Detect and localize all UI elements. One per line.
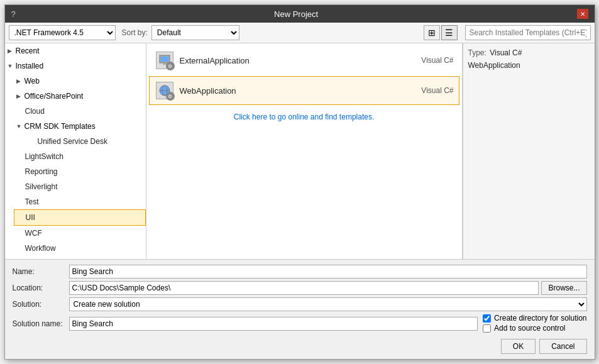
sidebar-item-installed[interactable]: ▼ Installed	[5, 58, 146, 74]
create-dir-label: Create directory for solution	[494, 314, 586, 323]
sidebar-item-test-label: Test	[25, 197, 39, 206]
sidebar-item-installed-label: Installed	[16, 60, 44, 72]
sidebar-item-usd[interactable]: Unified Service Desk	[34, 134, 146, 149]
solution-select[interactable]: Create new solution	[69, 297, 587, 311]
framework-select[interactable]: .NET Framework 4.5	[9, 25, 116, 40]
ok-button[interactable]: OK	[501, 339, 536, 354]
create-dir-checkbox[interactable]	[483, 314, 491, 323]
sidebar-item-web-label: Web	[25, 75, 40, 87]
sidebar-item-workflow[interactable]: Workflow	[14, 241, 146, 256]
location-input[interactable]	[69, 281, 539, 295]
template-item-web[interactable]: ⚙ WebApplication Visual C#	[149, 76, 459, 105]
solution-row: Solution: Create new solution	[13, 297, 587, 311]
sidebar-item-workflow-label: Workflow	[25, 244, 56, 253]
sidebar-item-crm-label: CRM SDK Templates	[25, 120, 96, 133]
sidebar-item-silverlight[interactable]: Silverlight	[14, 179, 146, 194]
solution-label: Solution:	[13, 300, 69, 309]
ok-cancel-row: OK Cancel	[13, 339, 587, 354]
sidebar-item-silverlight-label: Silverlight	[25, 182, 58, 191]
close-button[interactable]: ✕	[577, 9, 588, 19]
help-button[interactable]: ?	[11, 9, 16, 19]
location-label: Location:	[13, 284, 69, 292]
sidebar-item-crm[interactable]: ▼ CRM SDK Templates	[14, 119, 146, 134]
name-label: Name:	[13, 267, 69, 276]
name-input[interactable]	[69, 265, 587, 279]
template-item-ext[interactable]: ⚙ ExternalApplication Visual C#	[149, 46, 459, 75]
type-label: Type:	[468, 48, 486, 57]
sidebar-item-office-label: Office/SharePoint	[25, 90, 84, 102]
solution-name-input[interactable]	[69, 317, 478, 331]
cancel-button[interactable]: Cancel	[539, 339, 586, 354]
add-source-checkbox[interactable]	[483, 324, 491, 333]
sidebar-item-usd-label: Unified Service Desk	[38, 137, 107, 146]
sidebar: ▶ Recent ▼ Installed ▶ Web ▶ Office/Shar…	[5, 43, 146, 259]
view-icons: ⊞ ☰	[424, 25, 458, 40]
dialog-title: New Project	[16, 9, 577, 19]
location-row: Location: Browse...	[13, 281, 587, 295]
type-row: Type: Visual C#	[468, 48, 590, 57]
gear-overlay-icon: ⚙	[166, 62, 175, 70]
sidebar-item-wcf-label: WCF	[25, 229, 42, 238]
sidebar-item-lightswitch[interactable]: LightSwitch	[14, 149, 146, 164]
sidebar-item-cloud[interactable]: Cloud	[14, 104, 146, 119]
sidebar-item-web[interactable]: ▶ Web	[14, 74, 146, 89]
chevron-down-icon: ▼	[8, 60, 14, 72]
chevron-right-icon2: ▶	[16, 75, 23, 87]
title-bar: ? New Project ✕	[5, 5, 595, 23]
svg-rect-1	[161, 57, 168, 62]
chevron-right-icon3: ▶	[16, 90, 23, 102]
sidebar-item-reporting-label: Reporting	[25, 167, 58, 176]
template-icon-ext: ⚙	[155, 50, 175, 70]
online-link[interactable]: Click here to go online and find templat…	[149, 106, 459, 128]
right-panel: Type: Visual C# WebApplication	[463, 43, 595, 259]
solution-name-label: Solution name:	[13, 319, 69, 328]
sort-select[interactable]: Default	[151, 25, 239, 40]
sidebar-item-recent[interactable]: ▶ Recent	[5, 43, 146, 58]
template-list: ⚙ ExternalApplication Visual C#	[146, 43, 463, 259]
window-controls: ✕	[577, 9, 588, 19]
add-source-row: Add to source control	[483, 324, 586, 333]
main-content: ▶ Recent ▼ Installed ▶ Web ▶ Office/Shar…	[5, 43, 595, 259]
sidebar-item-wcf[interactable]: WCF	[14, 226, 146, 241]
chevron-down-icon2: ▼	[16, 120, 23, 133]
sort-label: Sort by:	[122, 28, 148, 37]
template-icon-web: ⚙	[155, 80, 175, 101]
sidebar-item-recent-label: Recent	[16, 45, 40, 57]
sidebar-item-cloud-label: Cloud	[25, 107, 45, 116]
ext-template-name: ExternalApplication	[180, 56, 422, 65]
sidebar-item-uii-label: UII	[26, 213, 35, 222]
sidebar-item-lightswitch-label: LightSwitch	[25, 152, 63, 161]
list-view-button[interactable]: ☰	[441, 25, 458, 40]
template-list-container: ⚙ ExternalApplication Visual C#	[146, 43, 463, 259]
bottom-panel: Name: Location: Browse... Solution: Crea…	[5, 259, 595, 359]
toolbar: .NET Framework 4.5 Sort by: Default ⊞ ☰	[5, 23, 595, 43]
search-input[interactable]	[465, 25, 591, 40]
chevron-right-icon: ▶	[8, 45, 14, 57]
browse-button[interactable]: Browse...	[541, 281, 586, 295]
grid-view-button[interactable]: ⊞	[424, 25, 440, 40]
installed-children: ▶ Web ▶ Office/SharePoint Cloud ▼ CRM SD…	[5, 74, 146, 259]
sidebar-item-test[interactable]: Test	[14, 194, 146, 209]
name-row: Name:	[13, 265, 587, 279]
new-project-dialog: ? New Project ✕ .NET Framework 4.5 Sort …	[4, 4, 595, 360]
type-value: Visual C#	[490, 48, 522, 57]
web-template-name: WebApplication	[180, 86, 422, 96]
sidebar-item-reporting[interactable]: Reporting	[14, 164, 146, 179]
description: WebApplication	[468, 61, 590, 70]
sidebar-item-uii[interactable]: UII	[14, 209, 146, 226]
sidebar-item-office[interactable]: ▶ Office/SharePoint	[14, 89, 146, 104]
ext-template-type: Visual C#	[421, 56, 453, 65]
web-template-type: Visual C#	[421, 86, 453, 95]
solution-name-row: Solution name: Create directory for solu…	[13, 314, 587, 334]
gear-overlay2-icon: ⚙	[166, 92, 175, 101]
create-dir-row: Create directory for solution	[483, 314, 586, 323]
add-source-label: Add to source control	[494, 324, 565, 333]
